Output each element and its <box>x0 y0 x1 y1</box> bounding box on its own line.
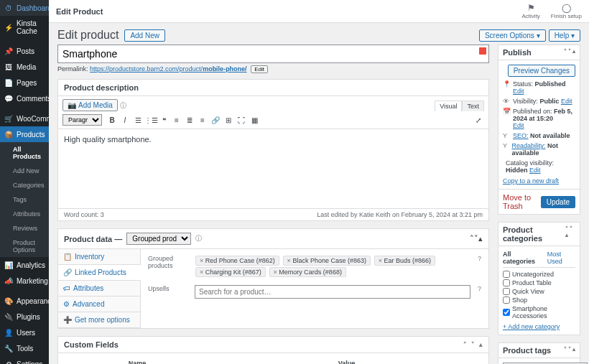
chevron-down-icon[interactable]: ˅ <box>568 346 571 353</box>
seo-link[interactable]: SEO: <box>513 132 529 139</box>
edit-permalink-button[interactable]: Edit <box>251 65 268 73</box>
menu-analytics[interactable]: 📊Analytics <box>0 257 49 273</box>
copy-draft-link[interactable]: Copy to a new draft <box>503 177 559 185</box>
chevron-up-icon[interactable]: ˄ <box>564 346 567 353</box>
product-data-panel: Product data — Grouped product ⓘ ˄˅▴ 📋In… <box>57 228 489 329</box>
visual-tab[interactable]: Visual <box>435 101 462 111</box>
help-icon[interactable]: ? <box>478 285 481 299</box>
menu-users[interactable]: 👤Users <box>0 325 49 340</box>
menu-settings[interactable]: ⚙Settings <box>0 356 49 364</box>
help-icon[interactable]: ⓘ <box>120 102 126 109</box>
chevron-up-icon[interactable]: ˄ <box>565 225 568 232</box>
grouped-label: Grouped products <box>148 255 187 278</box>
paragraph-select[interactable]: Paragraph <box>62 114 102 126</box>
submenu-categories[interactable]: Categories <box>0 178 49 192</box>
category-checkbox[interactable]: Uncategorized <box>503 271 575 278</box>
toggle-icon[interactable]: ▴ <box>565 232 568 238</box>
update-button[interactable]: Update <box>541 196 575 208</box>
edit-visibility-link[interactable]: Edit <box>561 98 572 105</box>
help-button[interactable]: Help ▾ <box>549 29 580 42</box>
menu-media[interactable]: 🖼Media <box>0 59 49 75</box>
bold-icon[interactable]: B <box>106 114 118 126</box>
tab-get-more[interactable]: ➕Get more options <box>58 312 140 328</box>
menu-dashboard[interactable]: ⏱Dashboard <box>0 0 49 16</box>
edit-status-link[interactable]: Edit <box>513 88 524 95</box>
all-categories-tab[interactable]: All categories <box>503 251 542 265</box>
activity-button[interactable]: ⚑Activity <box>522 3 540 19</box>
submenu-tags[interactable]: Tags <box>0 192 49 207</box>
chevron-down-icon[interactable]: ˅ <box>568 48 571 55</box>
cf-name-header: Name <box>64 358 210 364</box>
product-chip[interactable]: Charging Kit (#867) <box>195 267 266 277</box>
product-chip[interactable]: Memory Cards (#868) <box>269 267 346 277</box>
upsells-input[interactable] <box>195 285 470 299</box>
trash-link[interactable]: Move to Trash <box>503 193 541 210</box>
most-used-tab[interactable]: Most Used <box>547 251 575 265</box>
readability-link[interactable]: Readability: <box>511 142 545 149</box>
product-title-input[interactable] <box>57 45 489 63</box>
tab-linked-products[interactable]: 🔗Linked Products <box>58 265 141 281</box>
category-checkbox[interactable]: Shop <box>503 297 575 304</box>
preview-button[interactable]: Preview Changes <box>508 65 575 77</box>
chevron-up-icon[interactable]: ˄ <box>564 48 567 55</box>
link-icon[interactable]: 🔗 <box>210 114 221 126</box>
quote-icon[interactable]: ❝ <box>158 114 170 126</box>
menu-pages[interactable]: 📄Pages <box>0 75 49 90</box>
number-list-icon[interactable]: ⋮☰ <box>145 114 157 126</box>
help-icon[interactable]: ? <box>478 255 481 278</box>
toggle-icon[interactable]: ▴ <box>572 346 575 353</box>
screen-options-button[interactable]: Screen Options ▾ <box>479 29 546 42</box>
submenu-product-options[interactable]: Product Options <box>0 235 49 257</box>
menu-kinsta[interactable]: ⚡Kinsta Cache <box>0 16 49 39</box>
product-chip[interactable]: Ear Buds (#866) <box>374 256 435 266</box>
permalink-link[interactable]: https://productstore.barn2.com/product/m… <box>90 65 247 73</box>
product-chip[interactable]: Black Phone Case (#863) <box>283 256 371 266</box>
italic-icon[interactable]: I <box>119 114 131 126</box>
add-category-link[interactable]: + Add new category <box>503 323 560 330</box>
submenu-attributes[interactable]: Attributes <box>0 207 49 221</box>
tab-attributes[interactable]: 🏷Attributes <box>58 281 140 297</box>
help-icon[interactable]: ⓘ <box>195 234 202 243</box>
product-data-heading: Product data — <box>64 235 122 243</box>
product-type-select[interactable]: Grouped product <box>126 233 191 245</box>
tab-advanced[interactable]: ⚙Advanced <box>58 297 140 312</box>
submenu-reviews[interactable]: Reviews <box>0 221 49 235</box>
more-icon[interactable]: ▦ <box>249 114 260 126</box>
editor-content[interactable]: High quality smartphone. <box>58 129 488 208</box>
chevron-down-icon[interactable]: ˅ <box>570 225 572 232</box>
submenu-all-products[interactable]: All Products <box>0 142 49 164</box>
bullet-list-icon[interactable]: ☰ <box>132 114 144 126</box>
finish-setup-button[interactable]: ◯Finish setup <box>551 3 582 19</box>
chevron-down-icon[interactable]: ˅ <box>471 341 475 348</box>
add-media-button[interactable]: 📷Add Media <box>62 99 118 111</box>
menu-products[interactable]: 📦Products <box>0 126 49 142</box>
align-center-icon[interactable]: ≣ <box>184 114 195 126</box>
fullscreen-icon[interactable]: ⛶ <box>236 114 247 126</box>
edit-catalog-link[interactable]: Edit <box>529 167 541 174</box>
menu-plugins[interactable]: 🔌Plugins <box>0 309 49 325</box>
align-left-icon[interactable]: ≡ <box>171 114 182 126</box>
menu-appearance[interactable]: 🎨Appearance <box>0 293 49 309</box>
text-tab[interactable]: Text <box>462 101 484 111</box>
toggle-icon[interactable]: ▴ <box>478 234 483 243</box>
submenu-add-new[interactable]: Add New <box>0 164 49 178</box>
expand-icon[interactable]: ⤢ <box>473 114 484 126</box>
grouped-products-field[interactable]: Red Phone Case (#862) Black Phone Case (… <box>195 255 470 278</box>
add-new-button[interactable]: Add New <box>124 29 165 42</box>
category-checkbox[interactable]: Smartphone Accessories <box>503 305 575 319</box>
insert-icon[interactable]: ⊞ <box>223 114 234 126</box>
product-chip[interactable]: Red Phone Case (#862) <box>195 256 279 266</box>
toggle-icon[interactable]: ▴ <box>572 48 575 55</box>
menu-tools[interactable]: 🔧Tools <box>0 340 49 356</box>
toggle-icon[interactable]: ▴ <box>479 341 483 348</box>
menu-posts[interactable]: 📌Posts <box>0 43 49 59</box>
edit-date-link[interactable]: Edit <box>513 122 524 129</box>
menu-woocommerce[interactable]: 🛒WooCommerce <box>0 111 49 126</box>
chevron-up-icon[interactable]: ˄ <box>463 341 467 348</box>
tab-inventory[interactable]: 📋Inventory <box>58 249 140 265</box>
category-checkbox[interactable]: Quick View <box>503 288 575 295</box>
menu-marketing[interactable]: 📣Marketing <box>0 273 49 289</box>
category-checkbox[interactable]: Product Table <box>503 279 575 286</box>
menu-comments[interactable]: 💬Comments <box>0 90 49 106</box>
align-right-icon[interactable]: ≡ <box>197 114 208 126</box>
